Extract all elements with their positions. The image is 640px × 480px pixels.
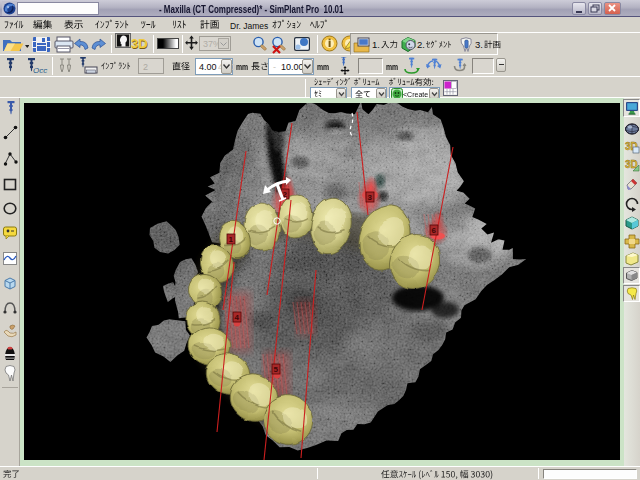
svg-text:4: 4 <box>235 313 240 322</box>
svg-text:6: 6 <box>432 226 437 235</box>
svg-text:1: 1 <box>229 235 234 244</box>
svg-text:5: 5 <box>274 365 279 374</box>
svg-text:3: 3 <box>368 193 373 202</box>
